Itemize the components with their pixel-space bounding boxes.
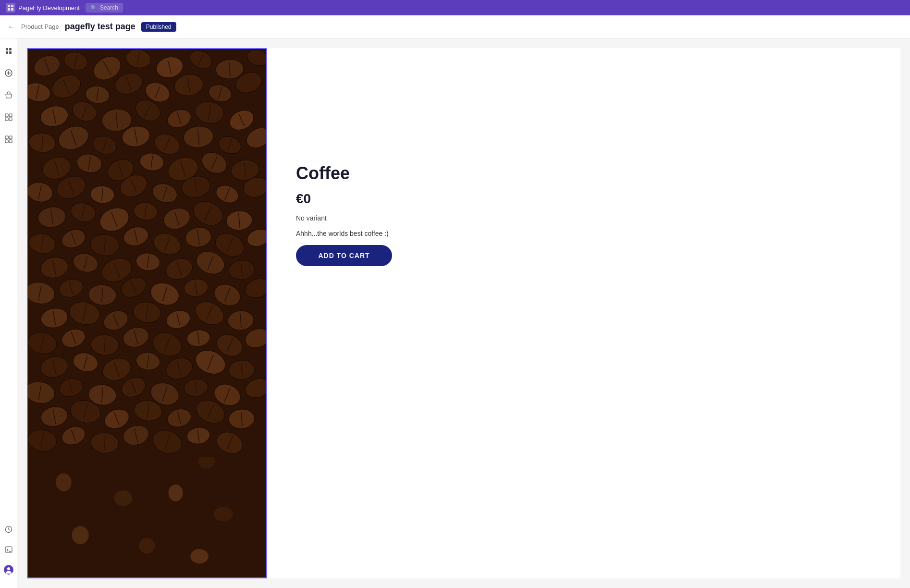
product-name: Coffee	[296, 163, 872, 184]
svg-rect-10	[5, 118, 8, 121]
pagefly-logo-icon	[6, 3, 15, 12]
search-placeholder: Search	[100, 4, 118, 11]
breadcrumb: Product Page	[21, 23, 59, 30]
page-title: pagefly test page	[65, 22, 135, 32]
app-name-label: PageFly Development	[18, 4, 80, 12]
svg-point-24	[7, 567, 10, 570]
search-icon	[90, 4, 97, 11]
product-image-container	[27, 48, 267, 578]
svg-rect-4	[9, 51, 12, 54]
svg-rect-3	[6, 51, 8, 54]
svg-rect-0	[6, 3, 15, 12]
back-button[interactable]: ←	[8, 23, 15, 31]
svg-rect-11	[9, 118, 12, 121]
content-area: Coffee €0 No variant Ahhh...the worlds b…	[17, 38, 910, 588]
coffee-beans-image	[28, 49, 266, 577]
add-to-cart-button[interactable]: ADD TO CART	[296, 245, 392, 266]
main-layout: Coffee €0 No variant Ahhh...the worlds b…	[0, 38, 910, 588]
coffee-beans-svg	[28, 49, 267, 457]
svg-rect-8	[5, 114, 8, 117]
svg-rect-13	[9, 136, 12, 139]
svg-rect-12	[5, 136, 8, 139]
store-icon[interactable]	[2, 88, 15, 102]
components-icon[interactable]	[2, 133, 15, 146]
terminal-icon[interactable]	[2, 543, 15, 556]
svg-rect-2	[9, 48, 12, 50]
product-price: €0	[296, 191, 872, 207]
sidebar-bottom	[2, 523, 15, 582]
grid-icon[interactable]	[2, 110, 15, 124]
app-logo: PageFly Development	[6, 3, 80, 12]
product-preview: Coffee €0 No variant Ahhh...the worlds b…	[27, 48, 900, 578]
svg-rect-1	[6, 48, 8, 50]
secondary-header: ← Product Page pagefly test page Publish…	[0, 15, 910, 38]
product-details: Coffee €0 No variant Ahhh...the worlds b…	[267, 48, 900, 578]
add-element-icon[interactable]	[2, 66, 15, 80]
svg-rect-9	[9, 114, 12, 117]
history-icon[interactable]	[2, 523, 15, 536]
left-sidebar	[0, 38, 17, 588]
top-navbar: PageFly Development Search	[0, 0, 910, 15]
user-avatar[interactable]	[2, 563, 15, 576]
search-bar[interactable]: Search	[86, 3, 123, 12]
svg-rect-14	[5, 140, 8, 143]
product-variant: No variant	[296, 214, 872, 222]
layers-icon[interactable]	[2, 44, 15, 58]
svg-rect-15	[9, 140, 12, 143]
published-badge: Published	[141, 22, 176, 32]
product-description: Ahhh...the worlds best coffee :)	[296, 230, 872, 237]
